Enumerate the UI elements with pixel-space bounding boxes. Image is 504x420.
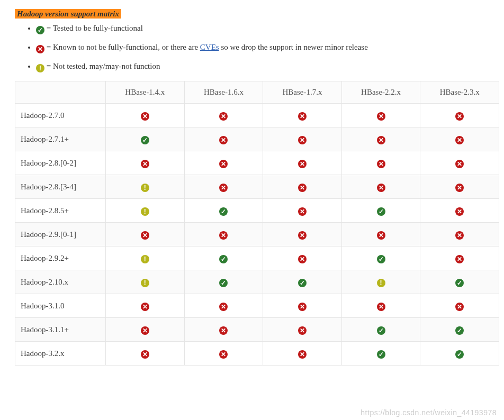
check-circle-icon: ✓ bbox=[36, 26, 44, 34]
status-cell: ✕ bbox=[263, 318, 342, 342]
status-cell: ! bbox=[341, 270, 420, 294]
row-header: Hadoop-2.9.[0-1] bbox=[15, 223, 106, 246]
exclamation-circle-icon: ! bbox=[36, 64, 44, 72]
exclamation-circle-icon: ! bbox=[141, 184, 149, 192]
legend-text: so we drop the support in newer minor re… bbox=[219, 43, 368, 51]
x-circle-icon: ✕ bbox=[298, 350, 307, 359]
x-circle-icon: ✕ bbox=[219, 231, 228, 240]
status-cell: ✕ bbox=[263, 127, 342, 151]
x-circle-icon: ✕ bbox=[219, 112, 228, 121]
status-cell: ✕ bbox=[263, 151, 342, 175]
column-header: HBase-1.4.x bbox=[106, 81, 185, 104]
column-header: HBase-1.7.x bbox=[263, 81, 342, 104]
exclamation-circle-icon: ! bbox=[141, 279, 149, 287]
row-header: Hadoop-2.7.1+ bbox=[15, 127, 106, 151]
status-cell: ✓ bbox=[263, 270, 342, 294]
x-circle-icon: ✕ bbox=[455, 160, 464, 168]
x-circle-icon: ✕ bbox=[141, 303, 149, 311]
status-cell: ✕ bbox=[263, 104, 342, 127]
table-row: Hadoop-2.10.x!✓✓!✓ bbox=[15, 270, 499, 294]
status-cell: ✕ bbox=[341, 127, 420, 151]
table-row: Hadoop-3.1.1+✕✕✕✓✓ bbox=[15, 318, 499, 342]
check-circle-icon: ✓ bbox=[219, 207, 228, 216]
x-circle-icon: ✕ bbox=[298, 255, 307, 263]
x-circle-icon: ✕ bbox=[298, 326, 307, 335]
legend-text: = Not tested, may/may-not function bbox=[47, 62, 160, 70]
check-circle-icon: ✓ bbox=[455, 326, 464, 335]
status-cell: ✕ bbox=[263, 294, 342, 318]
cve-link[interactable]: CVEs bbox=[200, 43, 219, 51]
x-circle-icon: ✕ bbox=[219, 350, 228, 359]
status-cell: ✕ bbox=[420, 127, 499, 151]
status-cell: ✕ bbox=[106, 318, 185, 342]
table-row: Hadoop-2.9.2+!✓✕✓✕ bbox=[15, 246, 499, 270]
status-cell: ✕ bbox=[184, 104, 263, 127]
status-cell: ✕ bbox=[420, 151, 499, 175]
row-header: Hadoop-2.9.2+ bbox=[15, 246, 106, 270]
status-cell: ✓ bbox=[420, 270, 499, 294]
row-header: Hadoop-2.8.[0-2] bbox=[15, 151, 106, 175]
status-cell: ✓ bbox=[420, 342, 499, 366]
status-cell: ✕ bbox=[341, 223, 420, 246]
status-cell: ✕ bbox=[263, 223, 342, 246]
page-title: Hadoop version support matrix bbox=[15, 9, 121, 19]
status-cell: ✕ bbox=[341, 294, 420, 318]
status-cell: ✓ bbox=[341, 342, 420, 366]
table-row: Hadoop-2.8.[0-2]✕✕✕✕✕ bbox=[15, 151, 499, 175]
x-circle-icon: ✕ bbox=[219, 303, 228, 311]
row-header: Hadoop-3.2.x bbox=[15, 342, 106, 366]
x-circle-icon: ✕ bbox=[455, 303, 464, 311]
exclamation-circle-icon: ! bbox=[141, 255, 149, 263]
x-circle-icon: ✕ bbox=[455, 112, 464, 121]
check-circle-icon: ✓ bbox=[298, 279, 307, 287]
legend-item-bad: ✕ = Known to not be fully-functional, or… bbox=[36, 43, 504, 53]
x-circle-icon: ✕ bbox=[455, 136, 464, 144]
x-circle-icon: ✕ bbox=[455, 184, 464, 192]
status-cell: ✓ bbox=[341, 246, 420, 270]
x-circle-icon: ✕ bbox=[36, 45, 44, 53]
x-circle-icon: ✕ bbox=[298, 160, 307, 168]
legend-list: ✓ = Tested to be fully-functional ✕ = Kn… bbox=[15, 24, 504, 72]
exclamation-circle-icon: ! bbox=[377, 279, 385, 287]
check-circle-icon: ✓ bbox=[377, 207, 385, 216]
status-cell: ! bbox=[106, 199, 185, 223]
check-circle-icon: ✓ bbox=[377, 255, 385, 263]
x-circle-icon: ✕ bbox=[141, 326, 149, 335]
x-circle-icon: ✕ bbox=[298, 303, 307, 311]
check-circle-icon: ✓ bbox=[141, 136, 149, 144]
row-header: Hadoop-3.1.0 bbox=[15, 294, 106, 318]
table-header-empty bbox=[15, 81, 106, 104]
table-row: Hadoop-2.7.0✕✕✕✕✕ bbox=[15, 104, 499, 127]
status-cell: ✕ bbox=[106, 151, 185, 175]
legend-text: = Tested to be fully-functional bbox=[47, 24, 143, 32]
status-cell: ✕ bbox=[263, 246, 342, 270]
x-circle-icon: ✕ bbox=[298, 207, 307, 216]
x-circle-icon: ✕ bbox=[455, 255, 464, 263]
status-cell: ✕ bbox=[263, 175, 342, 199]
x-circle-icon: ✕ bbox=[141, 112, 149, 121]
x-circle-icon: ✕ bbox=[298, 231, 307, 240]
row-header: Hadoop-2.8.5+ bbox=[15, 199, 106, 223]
row-header: Hadoop-3.1.1+ bbox=[15, 318, 106, 342]
status-cell: ✓ bbox=[106, 127, 185, 151]
x-circle-icon: ✕ bbox=[219, 136, 228, 144]
status-cell: ! bbox=[106, 246, 185, 270]
status-cell: ✓ bbox=[184, 199, 263, 223]
status-cell: ✕ bbox=[420, 246, 499, 270]
status-cell: ✕ bbox=[263, 342, 342, 366]
status-cell: ✕ bbox=[420, 223, 499, 246]
x-circle-icon: ✕ bbox=[219, 160, 228, 168]
check-circle-icon: ✓ bbox=[455, 350, 464, 359]
table-row: Hadoop-2.8.[3-4]!✕✕✕✕ bbox=[15, 175, 499, 199]
table-header-row: HBase-1.4.xHBase-1.6.xHBase-1.7.xHBase-2… bbox=[15, 81, 499, 104]
status-cell: ✕ bbox=[106, 223, 185, 246]
status-cell: ✕ bbox=[184, 318, 263, 342]
check-circle-icon: ✓ bbox=[219, 279, 228, 287]
row-header: Hadoop-2.8.[3-4] bbox=[15, 175, 106, 199]
x-circle-icon: ✕ bbox=[377, 231, 385, 240]
status-cell: ✕ bbox=[106, 104, 185, 127]
table-row: Hadoop-2.7.1+✓✕✕✕✕ bbox=[15, 127, 499, 151]
x-circle-icon: ✕ bbox=[219, 326, 228, 335]
x-circle-icon: ✕ bbox=[298, 184, 307, 192]
status-cell: ✕ bbox=[341, 151, 420, 175]
